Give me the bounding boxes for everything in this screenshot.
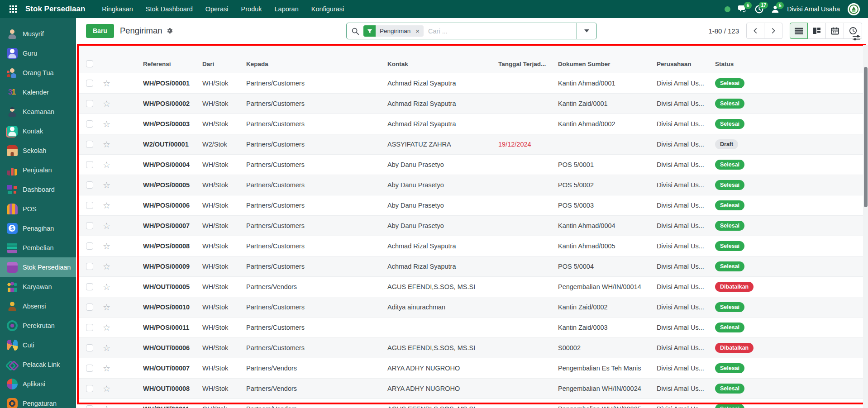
favorite-star-icon[interactable]: ☆	[102, 79, 110, 88]
vertical-scrollbar[interactable]	[863, 45, 868, 408]
kanban-view-button[interactable]	[808, 23, 826, 39]
sidebar-item-pengaturan[interactable]: Pengaturan	[0, 394, 76, 408]
table-row[interactable]: ☆WH/POS/00009WH/StokPartners/CustomersAc…	[77, 256, 866, 277]
sidebar-item-kalender[interactable]: Kalender	[0, 82, 76, 102]
sidebar-item-penjualan[interactable]: Penjualan	[0, 160, 76, 180]
row-checkbox[interactable]	[86, 222, 93, 229]
row-checkbox[interactable]	[86, 141, 93, 148]
column-header-ref[interactable]: Referensi	[143, 61, 202, 67]
table-row[interactable]: ☆WH/POS/00007WH/StokPartners/CustomersAb…	[77, 216, 866, 236]
scrollbar-thumb[interactable]	[864, 67, 868, 207]
sidebar-item-cuti[interactable]: Cuti	[0, 335, 76, 355]
favorite-star-icon[interactable]: ☆	[102, 405, 110, 408]
pager-next-button[interactable]	[764, 23, 782, 39]
column-header-status[interactable]: Status	[715, 61, 783, 67]
table-row[interactable]: ☆WH/POS/00003WH/StokPartners/CustomersAc…	[77, 114, 866, 134]
favorite-star-icon[interactable]: ☆	[102, 303, 110, 312]
favorite-star-icon[interactable]: ☆	[102, 100, 110, 108]
favorite-star-icon[interactable]: ☆	[102, 384, 110, 393]
app-brand[interactable]: Stok Persediaan	[25, 5, 85, 14]
menu-laporan[interactable]: Laporan	[270, 5, 304, 13]
row-checkbox[interactable]	[86, 161, 93, 168]
sidebar-item-guru[interactable]: Guru	[0, 43, 76, 63]
favorite-star-icon[interactable]: ☆	[102, 201, 110, 210]
sidebar-item-perekrutan[interactable]: Perekrutan	[0, 316, 76, 335]
sidebar-item-karyawan[interactable]: Karyawan	[0, 277, 76, 296]
column-header-tgl[interactable]: Tanggal Terjad...	[498, 61, 558, 67]
row-checkbox[interactable]	[86, 344, 93, 351]
sidebar-item-pelacak-link[interactable]: Pelacak Link	[0, 355, 76, 374]
row-checkbox[interactable]	[86, 181, 93, 189]
table-row[interactable]: ☆WH/POS/00006WH/StokPartners/CustomersAb…	[77, 195, 866, 216]
row-checkbox[interactable]	[86, 304, 93, 311]
menu-produk[interactable]: Produk	[236, 5, 267, 13]
row-checkbox[interactable]	[86, 202, 93, 209]
table-row[interactable]: ☆WH/OUT/00005WH/StokPartners/VendorsAGUS…	[77, 277, 866, 297]
menu-konfigurasi[interactable]: Konfigurasi	[306, 5, 349, 13]
row-checkbox[interactable]	[86, 263, 93, 270]
favorite-star-icon[interactable]: ☆	[102, 364, 110, 373]
column-header-kepada[interactable]: Kepada	[246, 61, 387, 67]
sidebar-item-pembelian[interactable]: Pembelian	[0, 238, 76, 257]
requests-button[interactable]: 5	[771, 5, 779, 13]
row-checkbox[interactable]	[86, 242, 93, 250]
menu-stok-dashboard[interactable]: Stok Dashboard	[141, 5, 198, 13]
favorite-star-icon[interactable]: ☆	[102, 262, 110, 271]
sidebar-item-stok-persediaan[interactable]: Stok Persediaan	[0, 257, 76, 277]
facet-close-icon[interactable]: ×	[415, 25, 424, 37]
user-avatar[interactable]	[848, 3, 860, 15]
sidebar-item-penagihan[interactable]: Penagihan	[0, 218, 76, 238]
row-checkbox[interactable]	[86, 283, 93, 290]
activities-button[interactable]: 17	[755, 5, 763, 14]
table-row[interactable]: ☆WH/POS/00008WH/StokPartners/CustomersAc…	[77, 236, 866, 256]
favorite-star-icon[interactable]: ☆	[102, 120, 110, 128]
sidebar-item-aplikasi[interactable]: Aplikasi	[0, 374, 76, 394]
table-row[interactable]: ☆WH/OUT/00007WH/StokPartners/VendorsARYA…	[77, 358, 866, 379]
table-row[interactable]: ☆W2/OUT/00001W2/StokPartners/CustomersAS…	[77, 134, 866, 155]
table-row[interactable]: ☆WH/POS/00010WH/StokPartners/CustomersAd…	[77, 297, 866, 318]
favorite-star-icon[interactable]: ☆	[102, 242, 110, 251]
favorite-star-icon[interactable]: ☆	[102, 283, 110, 291]
column-header-dok[interactable]: Dokumen Sumber	[558, 61, 657, 67]
sidebar-item-orang-tua[interactable]: Orang Tua	[0, 63, 76, 82]
sidebar-item-kontak[interactable]: Kontak	[0, 121, 76, 141]
favorite-star-icon[interactable]: ☆	[102, 140, 110, 149]
row-checkbox[interactable]	[86, 365, 93, 372]
table-row[interactable]: ☆WH/POS/00002WH/StokPartners/CustomersAc…	[77, 94, 866, 114]
sidebar-item-absensi[interactable]: Absensi	[0, 296, 76, 316]
favorite-star-icon[interactable]: ☆	[102, 344, 110, 352]
table-row[interactable]: ☆WH/POS/00004WH/StokPartners/CustomersAb…	[77, 155, 866, 175]
optional-columns-button[interactable]	[852, 34, 861, 43]
gear-icon[interactable]	[166, 27, 173, 34]
column-header-per[interactable]: Perusahaan	[657, 61, 715, 67]
sidebar-item-musyrif[interactable]: Musyrif	[0, 24, 76, 43]
pager-previous-button[interactable]	[746, 23, 764, 39]
row-checkbox[interactable]	[86, 405, 93, 408]
column-header-kontak[interactable]: Kontak	[387, 61, 498, 67]
sidebar-item-sekolah[interactable]: Sekolah	[0, 141, 76, 160]
column-header-dari[interactable]: Dari	[202, 61, 246, 67]
select-all-checkbox[interactable]	[86, 60, 93, 67]
sidebar-item-pos[interactable]: POS	[0, 199, 76, 218]
company-switcher[interactable]: Divisi Amal Usaha	[787, 5, 840, 13]
new-button[interactable]: Baru	[86, 24, 114, 38]
favorite-star-icon[interactable]: ☆	[102, 161, 110, 169]
favorite-star-icon[interactable]: ☆	[102, 181, 110, 190]
sidebar-item-dashboard[interactable]: Dashboard	[0, 180, 76, 199]
table-row[interactable]: ☆WH/OUT/00006WH/StokPartners/CustomersAG…	[77, 338, 866, 358]
menu-operasi[interactable]: Operasi	[200, 5, 234, 13]
favorite-star-icon[interactable]: ☆	[102, 222, 110, 230]
table-row[interactable]: ☆WH/OUT/00011GH/StokPartners/VendorsAGUS…	[77, 399, 866, 408]
search-input[interactable]	[424, 28, 596, 35]
menu-ringkasan[interactable]: Ringkasan	[97, 5, 138, 13]
sidebar-item-keamanan[interactable]: Keamanan	[0, 102, 76, 121]
favorite-star-icon[interactable]: ☆	[102, 323, 110, 332]
table-row[interactable]: ☆WH/POS/00005WH/StokPartners/CustomersAb…	[77, 175, 866, 195]
row-checkbox[interactable]	[86, 80, 93, 87]
row-checkbox[interactable]	[86, 324, 93, 331]
list-view-button[interactable]	[790, 23, 808, 39]
table-row[interactable]: ☆WH/POS/00011WH/StokPartners/CustomersKa…	[77, 318, 866, 338]
messages-button[interactable]: 6	[738, 5, 747, 13]
table-row[interactable]: ☆WH/OUT/00008WH/StokPartners/VendorsARYA…	[77, 379, 866, 399]
search-dropdown-toggle[interactable]	[577, 23, 596, 39]
